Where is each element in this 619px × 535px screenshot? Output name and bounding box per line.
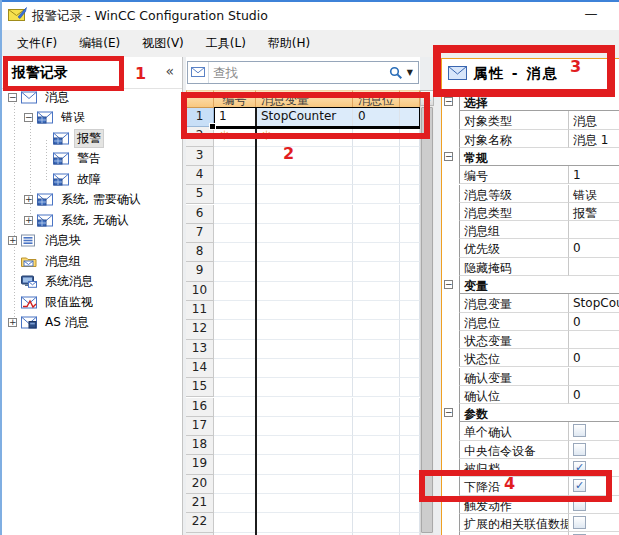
tree-item-5[interactable]: +系统, 需要确认 [2,190,182,211]
checkbox-unchecked[interactable] [573,498,586,511]
table-cell[interactable] [214,398,256,417]
table-cell[interactable] [256,282,353,301]
table-cell[interactable] [214,301,256,320]
table-cell[interactable] [353,301,400,320]
column-header-stub[interactable] [186,90,214,108]
tree-item-4[interactable]: 故障 [2,169,182,190]
table-cell[interactable] [400,108,420,127]
property-value[interactable]: 0 [569,239,619,257]
table-cell[interactable] [400,166,420,185]
property-value[interactable] [569,331,619,349]
table-cell[interactable] [256,147,353,166]
table-cell[interactable] [214,513,256,532]
tree-item-2[interactable]: 报警 [2,128,182,149]
scrollbar-thumb[interactable] [421,107,433,533]
table-cell[interactable]: 1 [214,108,256,127]
scrollbar-up-arrow[interactable]: ▲ [420,90,434,106]
table-cell[interactable] [353,243,400,262]
column-header-1[interactable]: 消息变量 [256,90,353,108]
table-cell[interactable] [353,359,400,378]
table-cell[interactable] [214,494,256,513]
tree-item-6[interactable]: +系统, 无确认 [2,210,182,231]
property-value[interactable]: StopCounter [569,294,619,312]
row-header-cell[interactable]: 12 [186,320,214,339]
row-header-cell[interactable]: 2 [186,127,214,146]
row-header-cell[interactable]: 21 [186,494,214,513]
tree-item-10[interactable]: 限值监视 [2,292,182,313]
table-cell[interactable] [400,436,420,455]
tree-expander-icon[interactable]: + [24,195,33,204]
table-cell[interactable] [400,417,420,436]
table-cell[interactable] [214,436,256,455]
tree-expander-icon[interactable]: − [24,113,33,122]
table-cell[interactable] [400,475,420,494]
property-value[interactable]: 0 [569,313,619,331]
tree-item-7[interactable]: +消息块 [2,231,182,252]
row-header-cell[interactable]: 5 [186,185,214,204]
row-header-cell[interactable]: 13 [186,340,214,359]
table-cell[interactable] [400,301,420,320]
table-cell[interactable] [256,494,353,513]
table-cell[interactable] [353,455,400,474]
property-value[interactable] [569,368,619,386]
menu-item-3[interactable]: 工具(L) [195,30,257,57]
group-collapse-icon[interactable]: − [444,152,453,161]
table-cell[interactable] [256,398,353,417]
table-cell[interactable] [256,262,353,281]
row-header-cell[interactable]: 8 [186,243,214,262]
table-cell[interactable] [214,262,256,281]
property-value[interactable]: 消息 [569,111,619,129]
table-cell[interactable] [400,398,420,417]
table-cell[interactable] [400,262,420,281]
row-header-cell[interactable]: 7 [186,224,214,243]
tree-expander-icon[interactable]: + [8,318,17,327]
group-collapse-icon[interactable]: − [444,408,453,417]
table-cell[interactable] [400,340,420,359]
table-cell[interactable] [353,513,400,532]
row-header-cell[interactable]: 10 [186,282,214,301]
table-cell[interactable] [353,127,400,146]
table-cell[interactable] [400,513,420,532]
row-header-cell[interactable]: 6 [186,205,214,224]
table-cell[interactable] [353,224,400,243]
property-value[interactable]: 错误 [569,185,619,203]
table-cell[interactable] [353,417,400,436]
table-cell[interactable] [400,320,420,339]
table-cell[interactable]: StopCounter [256,108,353,127]
property-value[interactable] [569,496,619,514]
tree-item-0[interactable]: −消息 [2,87,182,108]
table-cell[interactable] [256,320,353,339]
checkbox-unchecked[interactable] [573,424,586,437]
tree-expander-icon[interactable]: − [8,93,17,102]
tree-expander-icon[interactable]: + [8,236,17,245]
column-header-3[interactable] [400,90,420,108]
table-cell[interactable] [400,147,420,166]
table-cell[interactable] [353,436,400,455]
property-value[interactable] [569,514,619,532]
row-header-cell[interactable]: 18 [186,436,214,455]
row-header-cell[interactable]: 17 [186,417,214,436]
row-header-cell[interactable]: 15 [186,378,214,397]
collapse-pane-button[interactable]: « [165,63,174,79]
table-cell[interactable] [256,475,353,494]
tree-expander-icon[interactable]: + [24,216,33,225]
table-cell[interactable] [353,282,400,301]
table-cell[interactable] [256,185,353,204]
property-value[interactable]: 0 [569,349,619,367]
table-cell[interactable] [353,147,400,166]
table-cell[interactable] [400,359,420,378]
table-cell[interactable] [353,185,400,204]
table-cell[interactable] [400,205,420,224]
menu-item-0[interactable]: 文件(F) [6,30,68,57]
table-cell[interactable] [256,301,353,320]
property-value[interactable]: ✓ [569,477,619,495]
tree-item-1[interactable]: −错误 [2,108,182,129]
row-header-cell[interactable]: 22 [186,513,214,532]
table-cell[interactable] [256,205,353,224]
table-cell[interactable] [256,166,353,185]
minimize-button[interactable]: — [574,2,608,28]
table-cell[interactable] [214,359,256,378]
table-cell[interactable]: 0 [353,108,400,127]
table-cell[interactable] [400,494,420,513]
checkbox-unchecked[interactable] [573,443,586,456]
